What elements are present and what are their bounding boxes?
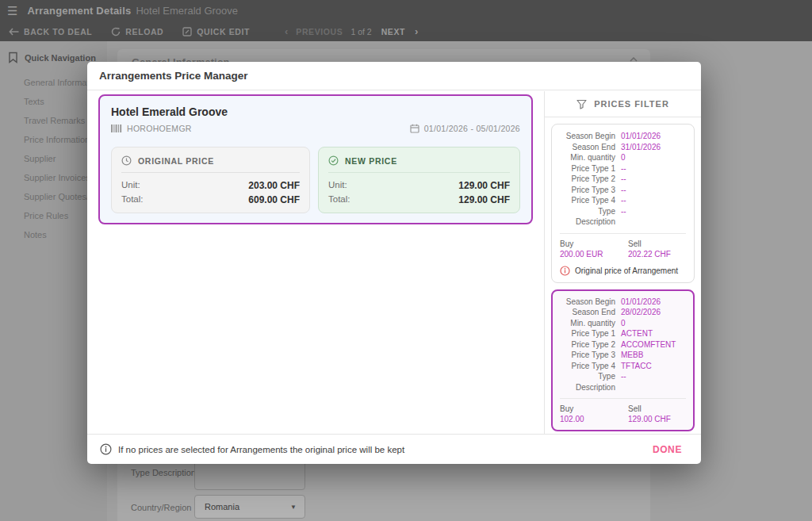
unit-label: Unit: xyxy=(121,180,140,191)
field-value: 28/02/2026 xyxy=(621,307,661,318)
back-arrow-icon xyxy=(9,28,19,36)
new-total-row: Total: 129.00 CHF xyxy=(328,194,510,205)
field-label: Min. quantity xyxy=(560,318,615,329)
field-label: Price Type 4 xyxy=(560,195,615,206)
buy-sell-row: Buy 200.00 EUR Sell 202.22 CHF xyxy=(560,239,686,259)
quick-navigation-header: Quick Navigation xyxy=(0,41,107,63)
field-label: Season End xyxy=(560,307,615,318)
original-price-header: ORIGINAL PRICE xyxy=(121,155,300,166)
history-clock-icon xyxy=(121,155,132,166)
original-price-box: ORIGINAL PRICE Unit: 203.00 CHF Total: 6… xyxy=(111,147,310,213)
price-filter-card-original[interactable]: Season Begin01/01/2026 Season End31/01/2… xyxy=(551,124,695,283)
arrangements-price-manager-modal: Arrangements Price Manager Hotel Emerald… xyxy=(87,62,701,464)
modal-footer: If no prices are selected for Arrangemen… xyxy=(87,434,701,464)
divider xyxy=(560,233,686,234)
field-value: MEBB xyxy=(621,350,643,361)
country-region-value: Romania xyxy=(205,502,239,511)
original-price-note: Original price of Arrangement xyxy=(560,266,686,276)
prices-filter-panel: PRICES FILTER Season Begin01/01/2026 Sea… xyxy=(544,91,701,434)
sell-label: Sell xyxy=(628,404,696,414)
sell-value: 202.22 CHF xyxy=(628,249,696,259)
dropdown-caret-icon: ▼ xyxy=(290,504,297,511)
alert-info-icon xyxy=(560,266,570,276)
app: ☰ Arrangement Details Hotel Emerald Groo… xyxy=(0,0,812,521)
price-comparison-row: ORIGINAL PRICE Unit: 203.00 CHF Total: 6… xyxy=(111,147,520,213)
total-label: Total: xyxy=(121,194,144,205)
reload-icon xyxy=(111,27,121,36)
next-button[interactable]: NEXT xyxy=(381,27,405,36)
new-price-box: NEW PRICE Unit: 129.00 CHF Total: 129.00… xyxy=(318,147,520,213)
buy-sell-row: Buy 102.00 Sell 129.00 CHF xyxy=(560,404,686,424)
field-value: ACCOMFTENT xyxy=(621,339,676,351)
divider xyxy=(328,172,510,173)
divider xyxy=(121,172,300,173)
arrangement-date-range: 01/01/2026 - 05/01/2026 xyxy=(410,124,520,133)
sell-label: Sell xyxy=(628,239,696,249)
total-value: 129.00 CHF xyxy=(458,194,510,205)
arrangement-code: HOROHOEMGR xyxy=(111,124,192,133)
field-value: -- xyxy=(621,185,626,196)
done-button[interactable]: DONE xyxy=(653,444,682,455)
type-description-input[interactable] xyxy=(194,460,305,490)
buy-label: Buy xyxy=(560,239,628,249)
modal-title: Arrangements Price Manager xyxy=(87,62,701,90)
field-label: Season End xyxy=(560,142,615,153)
next-chevron-icon: › xyxy=(415,25,418,37)
field-value: 01/01/2026 xyxy=(621,131,661,142)
action-toolbar: BACK TO DEAL RELOAD QUICK EDIT ‹ PREVIOU… xyxy=(0,21,812,41)
field-label: Price Type 1 xyxy=(560,163,615,174)
field-label: Price Type 2 xyxy=(560,174,615,185)
field-label: Min. quantity xyxy=(560,152,615,163)
bookmark-icon xyxy=(8,52,18,63)
unit-value: 203.00 CHF xyxy=(248,180,300,191)
field-value: -- xyxy=(621,163,626,174)
price-filter-card-selected[interactable]: Season Begin01/01/2026 Season End28/02/2… xyxy=(551,289,695,432)
original-total-row: Total: 609.00 CHF xyxy=(121,194,300,205)
country-region-label: Country/Region xyxy=(131,503,191,512)
buy-label: Buy xyxy=(560,404,628,414)
field-value: -- xyxy=(621,371,626,393)
footer-note: If no prices are selected for Arrangemen… xyxy=(100,443,404,455)
sell-value: 129.00 CHF xyxy=(628,414,696,424)
back-to-deal-button[interactable]: BACK TO DEAL xyxy=(9,27,92,36)
field-label: Price Type 3 xyxy=(560,350,615,361)
arrangement-card[interactable]: Hotel Emerald Groove HOROHOEMGR 01/01/20… xyxy=(98,94,533,224)
field-value: -- xyxy=(621,195,626,206)
reload-button[interactable]: RELOAD xyxy=(111,27,163,36)
previous-chevron-icon: ‹ xyxy=(285,25,288,37)
field-value: -- xyxy=(621,174,626,185)
quick-edit-button[interactable]: QUICK EDIT xyxy=(182,27,250,36)
hamburger-menu-icon[interactable]: ☰ xyxy=(7,4,17,18)
edit-icon xyxy=(182,27,192,36)
buy-value: 200.00 EUR xyxy=(560,249,628,259)
info-icon xyxy=(100,443,112,455)
field-label: Price Type 2 xyxy=(560,339,615,351)
field-value: TFTACC xyxy=(621,361,652,372)
field-label: Type Description xyxy=(560,206,615,228)
page-subtitle: Hotel Emerald Groove xyxy=(136,5,238,17)
previous-button[interactable]: PREVIOUS xyxy=(296,27,343,36)
title-bar: ☰ Arrangement Details Hotel Emerald Groo… xyxy=(0,0,812,21)
field-value: -- xyxy=(621,206,626,228)
type-description-label: Type Description xyxy=(131,468,196,477)
page-indicator: 1 of 2 xyxy=(350,27,371,36)
unit-value: 129.00 CHF xyxy=(458,180,510,191)
check-circle-icon xyxy=(328,155,339,166)
divider xyxy=(560,398,686,399)
field-label: Season Begin xyxy=(560,297,615,308)
field-value: 0 xyxy=(621,152,626,163)
field-label: Price Type 4 xyxy=(560,361,615,372)
field-label: Price Type 3 xyxy=(560,185,615,196)
calendar-icon xyxy=(410,124,419,133)
total-label: Total: xyxy=(328,194,350,205)
field-label: Price Type 1 xyxy=(560,328,615,339)
prices-filter-header: PRICES FILTER xyxy=(545,91,701,117)
field-value: ACTENT xyxy=(621,328,653,339)
new-unit-row: Unit: 129.00 CHF xyxy=(328,180,510,191)
app-header: ☰ Arrangement Details Hotel Emerald Groo… xyxy=(0,0,812,41)
field-value: 31/01/2026 xyxy=(621,142,661,153)
filter-funnel-icon xyxy=(576,99,587,109)
country-region-select[interactable]: Romania ▼ xyxy=(194,495,305,519)
original-unit-row: Unit: 203.00 CHF xyxy=(121,180,300,191)
field-label: Season Begin xyxy=(560,131,615,142)
